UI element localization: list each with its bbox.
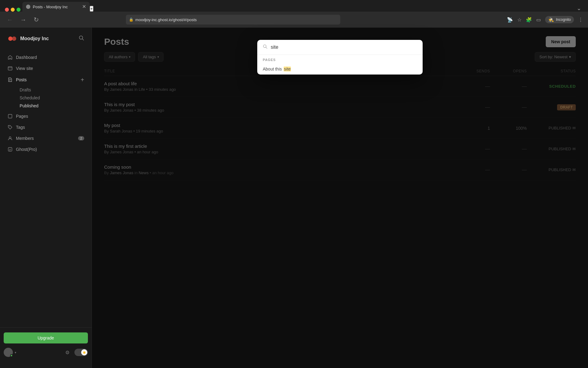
minimize-window-btn[interactable] [11, 8, 15, 12]
bookmark-icon[interactable]: ☆ [517, 17, 522, 23]
search-modal-icon [263, 44, 268, 50]
brand-name: Moodjoy Inc [20, 36, 49, 41]
sidebar-item-posts[interactable]: Posts + [4, 74, 88, 85]
posts-section: Posts + Drafts Scheduled Published [4, 74, 88, 110]
settings-button[interactable]: ⚙ [65, 350, 70, 355]
brand: Moodjoy Inc [7, 34, 49, 44]
sidebar-item-dashboard[interactable]: Dashboard [4, 52, 88, 63]
search-modal: PAGES About this site [257, 40, 423, 75]
ghost-pro-icon [7, 147, 13, 152]
cast-icon[interactable]: 📡 [507, 17, 513, 23]
search-overlay[interactable] [92, 28, 588, 368]
upgrade-button[interactable]: Upgrade [4, 332, 88, 343]
svg-point-10 [9, 137, 11, 139]
incognito-label: Incognito [556, 17, 571, 22]
more-menu-icon[interactable]: ⋮ [578, 17, 583, 23]
sidebar-item-members[interactable]: Members 2 [4, 133, 88, 144]
main-content: Posts New post All authors ▾ All tags ▾ … [92, 28, 588, 368]
search-input-row [257, 40, 423, 55]
search-results: PAGES About this site [257, 55, 423, 75]
posts-label: Posts [16, 77, 77, 82]
svg-line-3 [82, 39, 84, 40]
browser-toolbar: ← → ↻ 🔒 moodjoy-inc.ghost.io/ghost/#/pos… [0, 12, 588, 28]
tags-icon [7, 125, 13, 130]
sidebar-item-viewsite-label: View site [16, 66, 84, 71]
svg-point-1 [12, 36, 16, 41]
user-area[interactable]: ▾ [4, 348, 16, 357]
tab-close-icon[interactable]: ✕ [82, 4, 86, 9]
search-input[interactable] [271, 44, 417, 50]
incognito-icon: 🕵️ [548, 17, 554, 22]
sidebar-header: Moodjoy Inc [0, 34, 92, 44]
new-tab-button[interactable]: + [90, 6, 93, 12]
pages-icon [7, 113, 13, 119]
tab-title: Posts - Moodjoy Inc [33, 5, 80, 9]
brand-icon [7, 34, 17, 44]
members-badge: 2 [78, 136, 84, 140]
search-section-label: PAGES [257, 55, 423, 63]
search-result-item[interactable]: About this site [257, 63, 423, 75]
traffic-lights [3, 8, 22, 12]
svg-line-15 [266, 47, 267, 48]
sidebar-item-tags[interactable]: Tags [4, 122, 88, 132]
browser-tab[interactable]: Posts - Moodjoy Inc ✕ [22, 2, 90, 12]
sidebar-item-published[interactable]: Published [16, 102, 88, 110]
sidebar-item-ghost-pro[interactable]: Ghost(Pro) [4, 144, 88, 155]
footer-icon-group: ⚙ ☀️ [65, 349, 88, 356]
avatar [4, 348, 13, 357]
sidebar-toggle-icon[interactable]: ▭ [536, 17, 541, 23]
sidebar-item-pages-label: Pages [16, 114, 84, 119]
sidebar-item-scheduled[interactable]: Scheduled [16, 94, 88, 102]
svg-rect-4 [8, 67, 12, 70]
incognito-badge: 🕵️ Incognito [545, 16, 574, 23]
home-icon [7, 55, 13, 60]
svg-point-0 [8, 36, 13, 41]
user-chevron-icon: ▾ [15, 351, 16, 354]
browser-chrome: Posts - Moodjoy Inc ✕ + ⌄ ← → ↻ 🔒 moodjo… [0, 0, 588, 28]
sidebar-footer: Upgrade ▾ ⚙ ☀️ [0, 327, 92, 362]
sidebar-item-viewsite[interactable]: View site [4, 63, 88, 74]
posts-children: Drafts Scheduled Published [4, 86, 88, 110]
tab-favicon [26, 5, 30, 9]
svg-point-9 [9, 126, 10, 127]
sidebar: Moodjoy Inc Dashboard View site [0, 28, 92, 368]
theme-toggle[interactable]: ☀️ [74, 349, 88, 356]
members-icon [7, 136, 13, 141]
tabs-dropdown-icon[interactable]: ⌄ [577, 5, 581, 12]
reload-button[interactable]: ↻ [32, 15, 41, 25]
sidebar-item-pages[interactable]: Pages [4, 111, 88, 121]
search-icon [79, 35, 84, 41]
nav-items: Dashboard View site Posts + Drafts [0, 52, 92, 327]
maximize-window-btn[interactable] [17, 8, 21, 12]
forward-button[interactable]: → [18, 15, 28, 25]
extensions-icon[interactable]: 🧩 [526, 17, 532, 23]
lock-icon: 🔒 [129, 17, 134, 22]
footer-actions: ▾ ⚙ ☀️ [4, 348, 88, 357]
close-window-btn[interactable] [5, 8, 9, 12]
sidebar-item-dashboard-label: Dashboard [16, 55, 84, 60]
browser-tabs: Posts - Moodjoy Inc ✕ + ⌄ [0, 0, 588, 12]
sidebar-item-ghost-pro-label: Ghost(Pro) [16, 147, 84, 152]
search-button[interactable] [79, 35, 84, 42]
svg-rect-8 [8, 114, 12, 118]
sidebar-item-members-label: Members [16, 136, 75, 141]
sidebar-item-tags-label: Tags [16, 125, 84, 130]
app: Moodjoy Inc Dashboard View site [0, 28, 588, 368]
viewsite-icon [7, 66, 13, 71]
online-status-dot [10, 354, 13, 357]
search-match-highlight: site [284, 67, 291, 71]
new-post-icon-button[interactable]: + [81, 77, 84, 83]
posts-icon [7, 77, 13, 82]
back-button[interactable]: ← [5, 15, 15, 25]
url-text: moodjoy-inc.ghost.io/ghost/#/posts [135, 17, 197, 22]
sidebar-item-drafts[interactable]: Drafts [16, 86, 88, 94]
theme-toggle-thumb: ☀️ [81, 349, 87, 355]
toolbar-right: 📡 ☆ 🧩 ▭ 🕵️ Incognito ⋮ [507, 16, 583, 23]
address-bar[interactable]: 🔒 moodjoy-inc.ghost.io/ghost/#/posts [126, 15, 340, 25]
